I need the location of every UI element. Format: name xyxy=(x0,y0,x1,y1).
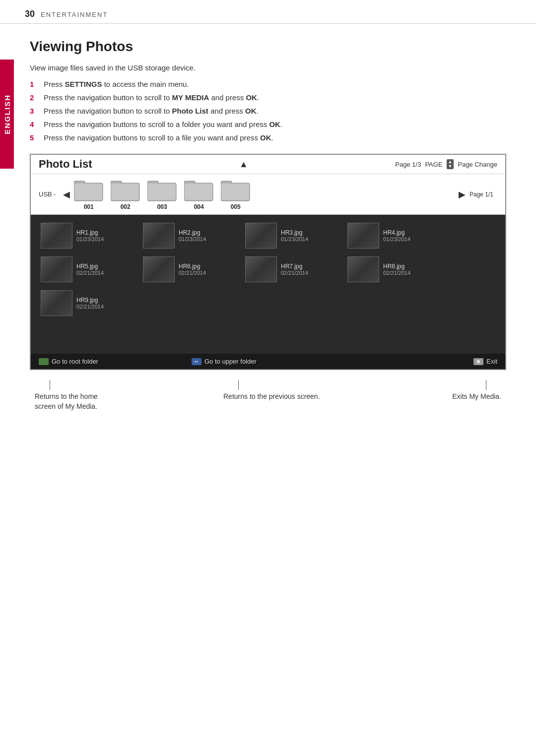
step-2: 2 Press the navigation button to scroll … xyxy=(30,93,506,102)
exit-label: Exit xyxy=(486,358,497,365)
folder-icon-002 xyxy=(111,178,140,202)
folder-label-004: 004 xyxy=(194,203,204,210)
callout-line-left xyxy=(50,380,50,390)
go-upper-button[interactable]: ↩ Go to upper folder xyxy=(192,358,344,365)
photo-name-hr7: HR7.jpg xyxy=(281,263,308,270)
svg-rect-14 xyxy=(221,184,249,200)
step-5-num: 5 xyxy=(30,133,39,142)
callout-right: Exits My Media. xyxy=(407,380,506,411)
folder-icon-004 xyxy=(184,178,214,202)
arrow-right-icon[interactable]: ▶ xyxy=(455,189,469,200)
photo-item-hr6[interactable]: HR6.jpg 02/21/2014 xyxy=(143,256,237,282)
photo-info-hr5: HR5.jpg 02/21/2014 xyxy=(76,263,104,276)
arrow-left-icon[interactable]: ◀ xyxy=(59,189,74,200)
go-root-button[interactable]: Go to root folder xyxy=(39,358,192,365)
up-arrow-icon[interactable]: ▲ xyxy=(239,159,248,170)
steps-list: 1 Press SETTINGS to access the main menu… xyxy=(30,80,506,142)
page-header: 30 ENTERTAINMENT xyxy=(0,0,536,24)
go-root-label: Go to root folder xyxy=(52,358,98,365)
page-number: 30 xyxy=(25,9,35,19)
folder-item-004[interactable]: 004 xyxy=(184,178,214,210)
page-label: PAGE xyxy=(425,161,442,168)
folder-item-003[interactable]: 003 xyxy=(147,178,177,210)
page-section: ENTERTAINMENT xyxy=(41,11,108,18)
photo-info-hr9: HR9.jpg 02/21/2014 xyxy=(76,297,104,310)
button-bar: Go to root folder ↩ Go to upper folder ▦… xyxy=(31,354,505,369)
photo-date-hr7: 02/21/2014 xyxy=(281,270,308,276)
main-content: Viewing Photos View image files saved in… xyxy=(0,24,536,436)
folder-icon-005 xyxy=(221,178,251,202)
photo-thumb-hr8 xyxy=(347,256,379,282)
callout-line-middle xyxy=(238,380,239,390)
photo-name-hr8: HR8.jpg xyxy=(383,263,410,270)
page-info: Page 1/3 PAGE ▲ ▼ Page Change xyxy=(395,159,497,169)
photo-list-title: Photo List xyxy=(39,158,92,171)
svg-rect-5 xyxy=(111,184,139,200)
photo-row-3: HR9.jpg 02/21/2014 xyxy=(41,290,495,316)
photo-thumb-hr9 xyxy=(41,290,72,316)
step-4: 4 Press the navigation buttons to scroll… xyxy=(30,120,506,128)
photo-name-hr6: HR6.jpg xyxy=(179,263,206,270)
photo-row-1: HR1.jpg 01/23/2014 HR2.jpg 01/23/2014 HR… xyxy=(41,223,495,249)
folder-nav: USB - ◀ 001 xyxy=(31,174,505,215)
side-tab: ENGLISH xyxy=(0,60,14,169)
step-1-text: Press SETTINGS to access the main menu. xyxy=(44,80,189,88)
photo-date-hr3: 01/23/2014 xyxy=(281,236,308,242)
step-4-text: Press the navigation buttons to scroll t… xyxy=(44,120,282,128)
photo-name-hr3: HR3.jpg xyxy=(281,229,308,236)
photo-thumb-hr4 xyxy=(347,223,379,249)
photo-date-hr2: 01/23/2014 xyxy=(179,236,206,242)
folder-item-005[interactable]: 005 xyxy=(221,178,251,210)
green-button-icon xyxy=(39,358,49,365)
photo-name-hr4: HR4.jpg xyxy=(383,229,410,236)
photo-item-hr5[interactable]: HR5.jpg 02/21/2014 xyxy=(41,256,135,282)
photo-item-hr3[interactable]: HR3.jpg 01/23/2014 xyxy=(245,223,339,249)
photo-date-hr8: 02/21/2014 xyxy=(383,270,410,276)
callout-left: Returns to the home screen of My Media. xyxy=(30,380,218,411)
photo-item-hr9[interactable]: HR9.jpg 02/21/2014 xyxy=(41,290,135,316)
page-1-1-label: Page 1/1 xyxy=(469,191,497,198)
photo-date-hr1: 01/23/2014 xyxy=(76,236,104,242)
red-button-icon: ▦ xyxy=(473,358,483,365)
svg-rect-8 xyxy=(148,184,176,200)
photo-item-hr8[interactable]: HR8.jpg 02/21/2014 xyxy=(347,256,442,282)
photo-item-hr4[interactable]: HR4.jpg 01/23/2014 xyxy=(347,223,442,249)
photo-date-hr5: 02/21/2014 xyxy=(76,270,104,276)
callout-section: Returns to the home screen of My Media. … xyxy=(30,380,506,421)
photo-row-2: HR5.jpg 02/21/2014 HR6.jpg 02/21/2014 HR… xyxy=(41,256,495,282)
svg-rect-2 xyxy=(74,184,102,200)
photo-thumb-hr2 xyxy=(143,223,175,249)
photo-info-hr8: HR8.jpg 02/21/2014 xyxy=(383,263,410,276)
photo-list-top-bar: Photo List ▲ Page 1/3 PAGE ▲ ▼ Page Chan… xyxy=(31,155,505,174)
folder-label-003: 003 xyxy=(157,203,167,210)
photo-name-hr9: HR9.jpg xyxy=(76,297,104,304)
photo-item-hr2[interactable]: HR2.jpg 01/23/2014 xyxy=(143,223,237,249)
step-1-num: 1 xyxy=(30,80,39,88)
folder-label-002: 002 xyxy=(121,203,131,210)
section-title: Viewing Photos xyxy=(30,39,506,55)
photo-grid-area: HR1.jpg 01/23/2014 HR2.jpg 01/23/2014 HR… xyxy=(31,215,505,354)
photo-info-hr4: HR4.jpg 01/23/2014 xyxy=(383,229,410,242)
folders-row: 001 002 xyxy=(74,178,455,210)
photo-item-hr1[interactable]: HR1.jpg 01/23/2014 xyxy=(41,223,135,249)
folder-item-002[interactable]: 002 xyxy=(111,178,140,210)
step-3: 3 Press the navigation button to scroll … xyxy=(30,107,506,115)
photo-thumb-hr3 xyxy=(245,223,277,249)
page-number-info: Page 1/3 xyxy=(395,161,421,168)
photo-name-hr5: HR5.jpg xyxy=(76,263,104,270)
photo-date-hr6: 02/21/2014 xyxy=(179,270,206,276)
page-updown-icon[interactable]: ▲ ▼ xyxy=(447,159,454,169)
step-2-num: 2 xyxy=(30,93,39,102)
photo-name-hr1: HR1.jpg xyxy=(76,229,104,236)
folder-item-001[interactable]: 001 xyxy=(74,178,104,210)
page-change-label: Page Change xyxy=(458,161,497,168)
callout-left-text: Returns to the home screen of My Media. xyxy=(35,392,98,411)
photo-thumb-hr6 xyxy=(143,256,175,282)
folder-icon-003 xyxy=(147,178,177,202)
go-upper-label: Go to upper folder xyxy=(204,358,257,365)
photo-thumb-hr5 xyxy=(41,256,72,282)
exit-button[interactable]: ▦ Exit xyxy=(344,358,497,365)
photo-item-hr7[interactable]: HR7.jpg 02/21/2014 xyxy=(245,256,339,282)
folder-label-001: 001 xyxy=(84,203,94,210)
folder-icon-001 xyxy=(74,178,104,202)
